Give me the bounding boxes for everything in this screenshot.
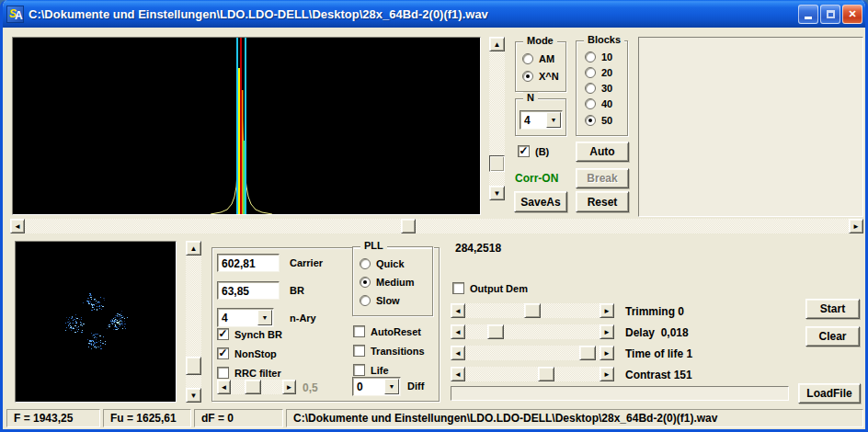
delay-slider-thumb[interactable] <box>487 324 504 339</box>
radio-blocks-20[interactable]: 20 <box>585 67 612 78</box>
chevron-down-icon[interactable]: ▼ <box>384 379 399 394</box>
delay-slider[interactable]: ◄ ► <box>451 324 614 339</box>
rrc-slider-track[interactable] <box>231 380 282 394</box>
trimming-label: Trimming 0 <box>625 305 684 318</box>
synchbr-checkbox-row[interactable]: ✓ Synch BR <box>217 328 282 340</box>
rrcfilter-checkbox[interactable] <box>217 367 229 379</box>
radio-blocks-50[interactable]: 50 <box>585 115 612 126</box>
scroll-left-icon[interactable]: ◄ <box>451 324 465 339</box>
diff-combobox[interactable]: 0 ▼ <box>352 377 401 396</box>
radio-mode-xn[interactable]: X^N <box>522 71 559 82</box>
radio-xn-circle[interactable] <box>522 71 533 82</box>
scroll-down-icon[interactable]: ▼ <box>186 388 201 403</box>
clear-button[interactable]: Clear <box>805 326 860 347</box>
nonstop-checkbox[interactable]: ✓ <box>217 347 229 359</box>
nary-combobox[interactable]: 4 ▼ <box>217 308 274 327</box>
scroll-right-icon[interactable]: ► <box>600 346 614 360</box>
br-field[interactable]: 63,85 <box>217 281 280 300</box>
contrast-slider-track[interactable] <box>465 367 600 381</box>
radio-20-circle[interactable] <box>585 67 596 78</box>
radio-blocks-40[interactable]: 40 <box>585 98 612 109</box>
radio-pll-quick[interactable]: Quick <box>360 258 405 269</box>
minimize-icon <box>805 17 812 19</box>
life-checkbox-row[interactable]: Life <box>353 364 389 376</box>
scroll-left-icon[interactable]: ◄ <box>451 303 465 318</box>
outputdem-checkbox-row[interactable]: Output Dem <box>452 282 528 294</box>
spectrum-vscroll-track[interactable] <box>489 51 505 186</box>
scroll-up-icon[interactable]: ▲ <box>186 241 201 256</box>
mode-groupbox: Mode AM X^N <box>515 41 566 92</box>
timeoflife-slider-track[interactable] <box>465 346 600 360</box>
main-hscroll-track[interactable] <box>25 219 849 233</box>
scroll-right-icon[interactable]: ► <box>600 367 614 381</box>
radio-40-circle[interactable] <box>585 98 596 109</box>
radio-am-circle[interactable] <box>522 53 533 64</box>
main-hscrollbar[interactable]: ◄ ► <box>10 219 863 233</box>
outputdem-checkbox[interactable] <box>452 282 464 294</box>
contrast-slider[interactable]: ◄ ► <box>451 367 614 381</box>
spectrum-vscrollbar[interactable]: ▲ ▼ <box>489 37 505 200</box>
radio-slow-circle[interactable] <box>360 295 371 306</box>
scroll-left-icon[interactable]: ◄ <box>217 380 231 394</box>
scroll-left-icon[interactable]: ◄ <box>451 346 465 360</box>
reset-button[interactable]: Reset <box>576 191 629 212</box>
spectrum-display[interactable] <box>12 37 481 215</box>
rrc-slider[interactable]: ◄ ► <box>217 380 296 394</box>
rrcfilter-checkbox-row[interactable]: RRC filter <box>217 367 281 379</box>
scroll-up-icon[interactable]: ▲ <box>489 37 505 51</box>
scroll-right-icon[interactable]: ► <box>600 303 614 318</box>
b-checkbox-row[interactable]: ✓ (B) <box>518 145 549 157</box>
carrier-field[interactable]: 602,81 <box>217 254 280 272</box>
scroll-right-icon[interactable]: ► <box>282 380 296 394</box>
timeoflife-slider-thumb[interactable] <box>579 346 596 360</box>
trimming-slider-thumb[interactable] <box>524 303 541 318</box>
contrast-slider-thumb[interactable] <box>538 367 554 381</box>
synchbr-checkbox[interactable]: ✓ <box>217 328 229 340</box>
constellation-display[interactable] <box>15 241 177 403</box>
scroll-left-icon[interactable]: ◄ <box>451 367 465 381</box>
minimize-button[interactable] <box>798 5 818 24</box>
nonstop-checkbox-row[interactable]: ✓ NonStop <box>217 347 277 359</box>
close-button[interactable]: ✕ <box>842 5 862 24</box>
delay-slider-track[interactable] <box>465 324 600 339</box>
title-bar[interactable]: S A C:\Dokumente und Einstellungen\LDO.L… <box>0 0 868 28</box>
radio-50-circle[interactable] <box>585 115 596 126</box>
constellation-vscroll-track[interactable] <box>186 256 201 388</box>
autoreset-checkbox-row[interactable]: AutoReset <box>353 325 421 337</box>
spectrum-vscroll-thumb[interactable] <box>489 155 505 172</box>
constellation-vscroll-thumb[interactable] <box>186 357 201 375</box>
life-checkbox[interactable] <box>353 364 365 376</box>
radio-blocks-30[interactable]: 30 <box>585 83 612 94</box>
radio-10-circle[interactable] <box>585 51 596 63</box>
loadfile-button[interactable]: LoadFile <box>798 383 861 404</box>
start-button[interactable]: Start <box>805 299 860 319</box>
radio-30-circle[interactable] <box>585 83 596 94</box>
chevron-down-icon[interactable]: ▼ <box>546 112 561 128</box>
rrc-slider-thumb[interactable] <box>245 380 261 394</box>
radio-mode-am[interactable]: AM <box>522 53 554 64</box>
radio-pll-slow[interactable]: Slow <box>360 295 400 306</box>
radio-quick-circle[interactable] <box>360 258 371 269</box>
n-combobox[interactable]: 4 ▼ <box>520 110 563 130</box>
radio-pll-medium[interactable]: Medium <box>360 277 415 288</box>
auto-button[interactable]: Auto <box>576 142 629 162</box>
saveas-button[interactable]: SaveAs <box>514 191 567 212</box>
maximize-button[interactable] <box>820 5 840 24</box>
radio-medium-circle[interactable] <box>360 277 371 288</box>
transitions-checkbox-row[interactable]: Transitions <box>353 345 425 357</box>
radio-blocks-10[interactable]: 10 <box>585 51 612 63</box>
scroll-right-icon[interactable]: ► <box>849 219 863 233</box>
transitions-checkbox[interactable] <box>353 345 365 357</box>
timeoflife-slider[interactable]: ◄ ► <box>451 346 614 360</box>
b-checkbox[interactable]: ✓ <box>518 145 530 157</box>
autoreset-checkbox[interactable] <box>353 325 365 337</box>
trimming-slider-track[interactable] <box>465 303 600 318</box>
main-hscroll-thumb[interactable] <box>401 219 416 233</box>
constellation-vscrollbar[interactable]: ▲ ▼ <box>186 241 201 403</box>
scroll-right-icon[interactable]: ► <box>600 324 614 339</box>
trimming-slider[interactable]: ◄ ► <box>451 303 614 318</box>
chevron-down-icon[interactable]: ▼ <box>257 310 272 325</box>
break-button[interactable]: Break <box>576 168 629 188</box>
scroll-left-icon[interactable]: ◄ <box>10 219 25 233</box>
scroll-down-icon[interactable]: ▼ <box>489 186 505 200</box>
